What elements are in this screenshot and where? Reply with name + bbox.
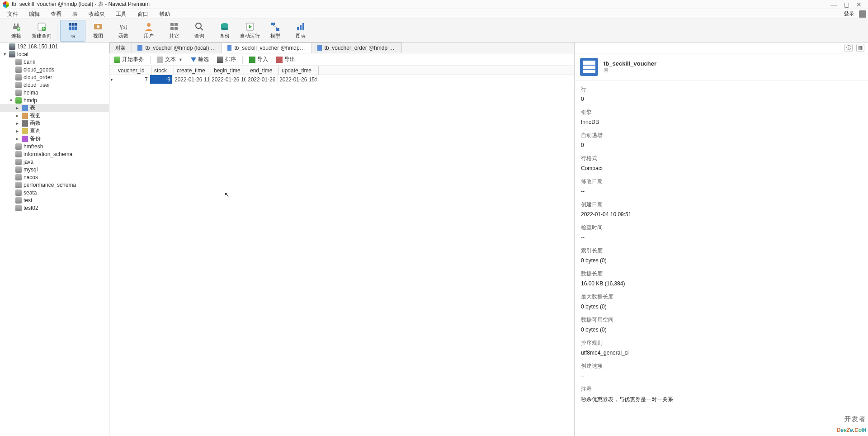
- begin-transaction-button[interactable]: 开始事务: [112, 55, 146, 65]
- tree-视图[interactable]: ▸视图: [0, 112, 109, 119]
- tree-label: java: [24, 159, 33, 165]
- cell-create_time[interactable]: 2022-01-26 11:: [173, 75, 210, 84]
- grid-body[interactable]: ▸7-92022-01-26 11:2022-01-26 102022-01-2…: [109, 75, 574, 436]
- tool-newq[interactable]: +新建查询: [29, 20, 54, 42]
- tree-test[interactable]: ▸test: [0, 196, 109, 204]
- model-icon: [270, 22, 280, 32]
- menu-工具[interactable]: 工具: [110, 9, 132, 19]
- tree-hmfresh[interactable]: ▸hmfresh: [0, 142, 109, 150]
- bak-icon: [22, 136, 28, 142]
- info-label: 自动递增: [581, 132, 862, 139]
- tab[interactable]: tb_seckill_voucher @hmdp (local) - ...: [222, 43, 312, 53]
- tree-label: 视图: [30, 112, 41, 119]
- tree-label: hmdp: [24, 97, 37, 104]
- svg-rect-33: [302, 23, 304, 30]
- cell-stock[interactable]: -9: [150, 75, 173, 84]
- tree-seata[interactable]: ▸seata: [0, 189, 109, 196]
- col-create_time[interactable]: create_time: [174, 66, 211, 75]
- minimize-button[interactable]: —: [827, 1, 840, 8]
- tree-label: information_schema: [24, 151, 72, 157]
- tree-label: cloud_goods: [24, 66, 54, 73]
- tree-192.168.150.101[interactable]: ▸192.168.150.101: [0, 43, 109, 50]
- text-button[interactable]: 文本▼: [155, 55, 184, 65]
- tool-plug[interactable]: +连接: [4, 20, 29, 42]
- tree-表[interactable]: ▸表: [0, 104, 109, 112]
- tree-label: 函数: [30, 119, 41, 127]
- tree-local[interactable]: ▾local: [0, 50, 109, 58]
- col-begin_time[interactable]: begin_time: [211, 66, 247, 75]
- menu-文件[interactable]: 文件: [2, 9, 24, 19]
- cell-begin_time[interactable]: 2022-01-26 10: [210, 75, 246, 84]
- sidebar[interactable]: ▸192.168.150.101▾local▸bank▸cloud_goods▸…: [0, 43, 109, 436]
- filter-button[interactable]: 筛选: [189, 55, 211, 65]
- login-button[interactable]: 登录: [839, 10, 859, 18]
- table-row[interactable]: ▸7-92022-01-26 11:2022-01-26 102022-01-2…: [109, 75, 574, 84]
- menu-查看[interactable]: 查看: [45, 9, 67, 19]
- info-value: 0: [581, 96, 862, 102]
- menu-表[interactable]: 表: [67, 9, 83, 19]
- info-table-type: 表: [604, 67, 656, 74]
- expand-icon[interactable]: ▾: [2, 52, 7, 57]
- expand-icon[interactable]: ▸: [14, 121, 20, 126]
- tab[interactable]: tb_voucher @hmdp (local) - 表: [132, 43, 222, 53]
- tool-chart[interactable]: 图表: [288, 20, 313, 42]
- export-button[interactable]: 导出: [274, 55, 297, 65]
- tree-查询[interactable]: ▸查询: [0, 127, 109, 135]
- tool-other[interactable]: 其它: [161, 20, 187, 42]
- tree-bank[interactable]: ▸bank: [0, 58, 109, 66]
- cell-update_time[interactable]: 2022-01-26 15:5: [278, 75, 317, 84]
- tool-backup[interactable]: 备份: [212, 20, 237, 42]
- tab[interactable]: tb_voucher_order @hmdp (local) - 表: [311, 43, 402, 53]
- tree-test02[interactable]: ▸test02: [0, 204, 109, 212]
- tool-fx[interactable]: f(x)函数: [111, 20, 136, 42]
- expand-icon[interactable]: ▾: [8, 98, 14, 103]
- tool-query[interactable]: 查询: [187, 20, 212, 42]
- maximize-button[interactable]: ▢: [840, 1, 853, 8]
- tool-table[interactable]: 表: [60, 20, 85, 42]
- tree-java[interactable]: ▸java: [0, 158, 109, 166]
- col-end_time[interactable]: end_time: [247, 66, 279, 75]
- cell-end_time[interactable]: 2022-01-26 2: [246, 75, 278, 84]
- menu-帮助[interactable]: 帮助: [154, 9, 175, 19]
- info-panel: ⓘ ▦ tb_seckill_voucher 表 行0引擎InnoDB自动递增0…: [574, 43, 868, 436]
- tree-cloud_order[interactable]: ▸cloud_order: [0, 73, 109, 81]
- expand-icon[interactable]: ▸: [14, 128, 20, 133]
- expand-icon[interactable]: ▸: [14, 136, 20, 141]
- view-icon: [22, 113, 28, 119]
- fx-icon: f(x): [118, 22, 128, 32]
- expand-icon[interactable]: ▸: [14, 105, 20, 110]
- svg-rect-28: [271, 23, 275, 25]
- info-label: 检查时间: [581, 224, 862, 232]
- tool-auto[interactable]: 自动运行: [237, 20, 263, 42]
- close-button[interactable]: ✕: [853, 1, 865, 8]
- import-button[interactable]: 导入: [247, 55, 270, 65]
- tab-label: tb_voucher_order @hmdp (local) - 表: [325, 44, 396, 52]
- tree-函数[interactable]: ▸函数: [0, 119, 109, 127]
- menu-收藏夹[interactable]: 收藏夹: [83, 9, 110, 19]
- info-icon[interactable]: ⓘ: [844, 44, 853, 52]
- sort-icon: [217, 57, 223, 63]
- tree-information_schema[interactable]: ▸information_schema: [0, 150, 109, 158]
- expand-icon[interactable]: ▸: [14, 113, 20, 118]
- tree-performance_schema[interactable]: ▸performance_schema: [0, 181, 109, 189]
- tree-hmdp[interactable]: ▾hmdp: [0, 96, 109, 104]
- tree-mysql[interactable]: ▸mysql: [0, 166, 109, 173]
- tree-heima[interactable]: ▸heima: [0, 89, 109, 96]
- tree-cloud_user[interactable]: ▸cloud_user: [0, 81, 109, 89]
- tool-model[interactable]: 模型: [263, 20, 288, 42]
- cell-voucher_id[interactable]: 7: [114, 75, 150, 84]
- tree-备份[interactable]: ▸备份: [0, 135, 109, 142]
- col-stock[interactable]: stock: [151, 66, 174, 75]
- menu-窗口[interactable]: 窗口: [132, 9, 154, 19]
- col-update_time[interactable]: update_time: [279, 66, 319, 75]
- avatar-icon[interactable]: [859, 10, 866, 18]
- tab[interactable]: 对象: [109, 43, 132, 53]
- tree-nacos[interactable]: ▸nacos: [0, 173, 109, 181]
- ddl-icon[interactable]: ▦: [856, 44, 864, 52]
- menu-编辑[interactable]: 编辑: [24, 9, 45, 19]
- tool-user[interactable]: 用户: [136, 20, 161, 42]
- sort-button[interactable]: 排序: [215, 55, 238, 65]
- col-voucher_id[interactable]: voucher_id: [115, 66, 151, 75]
- tool-view[interactable]: 视图: [85, 20, 111, 42]
- tree-cloud_goods[interactable]: ▸cloud_goods: [0, 66, 109, 73]
